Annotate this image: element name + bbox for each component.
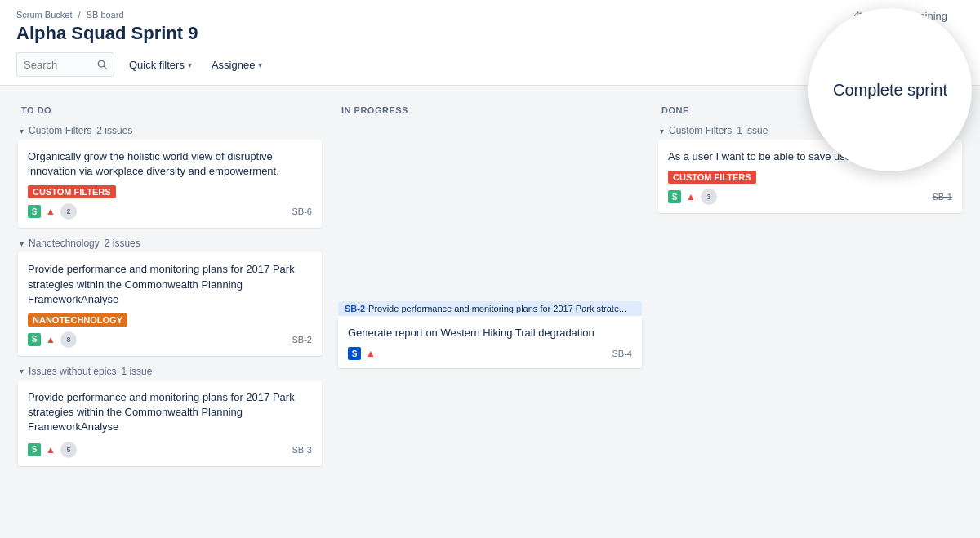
quick-filters-button[interactable]: Quick filters ▾ — [124, 56, 197, 74]
inprogress-column-body: SB-2 Provide performance and monitoring … — [333, 122, 647, 375]
epic-name: Custom Filters — [29, 125, 91, 136]
issue-id-sb2: SB-2 — [292, 335, 312, 345]
epic-count: 2 issues — [96, 125, 132, 136]
story-icon: S — [28, 333, 41, 346]
tag-custom-filters: CUSTOM FILTERS — [28, 185, 116, 198]
epic-name: Nanotechnology — [29, 238, 100, 249]
card-sb6[interactable]: Organically grow the holistic world view… — [18, 140, 322, 228]
chevron-down-icon: ▾ — [258, 60, 262, 69]
story-icon: S — [28, 205, 41, 218]
sb2-text: Provide performance and monitoring plans… — [368, 304, 626, 313]
card-footer-sb6: CUSTOM FILTERS — [28, 185, 312, 198]
inprogress-column-header: IN PROGRESS — [333, 99, 647, 122]
chevron-icon: ▾ — [20, 239, 24, 248]
card-meta-sb2: S ▲ 8 SB-2 — [28, 331, 312, 348]
todo-column-body: ▾ Custom Filters 2 issues Organically gr… — [13, 122, 327, 473]
epic-group-label-custom-filters[interactable]: ▾ Custom Filters 2 issues — [18, 122, 322, 140]
complete-sprint-label: Complete sprint — [833, 81, 947, 100]
sb2-label[interactable]: SB-2 Provide performance and monitoring … — [338, 301, 642, 316]
tag-nanotechnology: NANOTECHNOLOGY — [28, 313, 127, 327]
card-meta-sb3: S ▲ 5 SB-3 — [28, 442, 312, 458]
assignee-filter-button[interactable]: Assignee ▾ — [207, 56, 267, 74]
issue-id-sb1: SB-1 — [933, 192, 952, 202]
issue-id-sb4: SB-4 — [612, 349, 632, 358]
story-icon: S — [348, 347, 361, 360]
epic-group-nanotechnology-inprogress: SB-2 Provide performance and monitoring … — [338, 122, 642, 368]
inprogress-column: IN PROGRESS SB-2 Provide performance and… — [333, 99, 647, 517]
chevron-icon: ▾ — [660, 127, 664, 136]
epic-group-label-no-epic[interactable]: ▾ Issues without epics 1 issue — [18, 362, 322, 380]
card-title-sb4: Generate report on Western Hiking Trail … — [348, 326, 632, 340]
epic-count: 2 issues — [105, 238, 140, 249]
priority-high-icon: ▲ — [44, 443, 57, 456]
card-meta-sb6: S ▲ 2 SB-6 — [28, 203, 312, 220]
card-sb2[interactable]: Provide performance and monitoring plans… — [18, 252, 322, 356]
breadcrumb: Scrum Bucket / SB board — [16, 10, 198, 20]
tag-custom-filters-done: CUSTOM FILTERS — [668, 171, 756, 184]
card-footer-sb1: CUSTOM FILTERS — [668, 171, 952, 184]
epic-count: 1 issue — [121, 366, 152, 377]
card-sb3[interactable]: Provide performance and monitoring plans… — [18, 380, 322, 466]
avatar: 3 — [701, 189, 717, 205]
card-title-sb3: Provide performance and monitoring plans… — [28, 390, 312, 435]
card-title-sb6: Organically grow the holistic world view… — [28, 149, 312, 179]
priority-high-icon: ▲ — [684, 190, 697, 203]
epic-group-no-epic: ▾ Issues without epics 1 issue Provide p… — [18, 362, 322, 466]
search-input[interactable] — [24, 59, 97, 71]
breadcrumb-sep: / — [78, 10, 81, 20]
breadcrumb-project[interactable]: Scrum Bucket — [16, 10, 72, 20]
priority-high-icon: ▲ — [364, 347, 377, 360]
epic-group-label-nanotechnology[interactable]: ▾ Nanotechnology 2 issues — [18, 234, 322, 252]
issue-id-sb3: SB-3 — [292, 445, 312, 455]
chevron-icon: ▾ — [20, 367, 24, 376]
story-icon: S — [28, 443, 41, 456]
card-title-sb2: Provide performance and monitoring plans… — [28, 262, 312, 307]
card-meta-sb1: S ▲ 3 SB-1 — [668, 189, 952, 205]
chevron-icon: ▾ — [20, 127, 24, 136]
epic-group-nanotechnology: ▾ Nanotechnology 2 issues Provide perfor… — [18, 234, 322, 356]
todo-column: TO DO ▾ Custom Filters 2 issues Organica… — [13, 99, 327, 517]
board: TO DO ▾ Custom Filters 2 issues Organica… — [0, 86, 980, 530]
search-icon — [97, 59, 107, 70]
priority-high-icon: ▲ — [44, 205, 57, 218]
card-sb4[interactable]: Generate report on Western Hiking Trail … — [338, 316, 642, 368]
epic-name: Issues without epics — [29, 366, 116, 377]
breadcrumb-board[interactable]: SB board — [87, 10, 124, 20]
card-footer-sb2: NANOTECHNOLOGY — [28, 313, 312, 327]
issue-id-sb6: SB-6 — [292, 207, 312, 216]
chevron-down-icon: ▾ — [188, 60, 192, 69]
avatar: 5 — [60, 442, 77, 458]
story-icon: S — [668, 190, 681, 203]
sb2-id: SB-2 — [345, 304, 365, 313]
avatar: 2 — [60, 203, 77, 220]
page-title: Alpha Squad Sprint 9 — [16, 23, 198, 44]
avatar: 8 — [60, 331, 77, 348]
search-box[interactable] — [16, 52, 114, 77]
priority-high-icon: ▲ — [44, 333, 57, 346]
epic-group-custom-filters: ▾ Custom Filters 2 issues Organically gr… — [18, 122, 322, 228]
epic-count: 1 issue — [737, 125, 768, 136]
svg-line-1 — [104, 66, 106, 69]
card-meta-sb4: S ▲ SB-4 — [348, 347, 632, 360]
inprogress-card-wrapper-sb4: SB-2 Provide performance and monitoring … — [338, 301, 642, 368]
epic-name: Custom Filters — [669, 125, 732, 136]
complete-sprint-button[interactable]: Complete sprint — [808, 8, 972, 171]
todo-column-header: TO DO — [13, 99, 327, 122]
